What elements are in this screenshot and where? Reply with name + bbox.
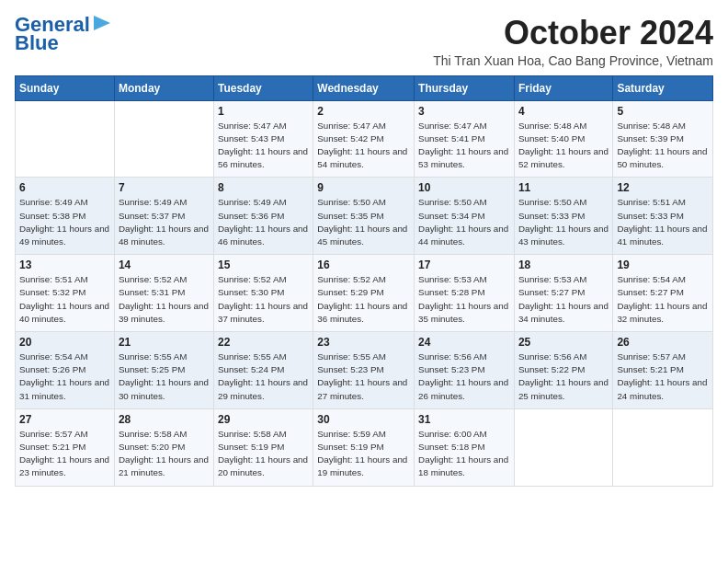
day-cell: 16Sunrise: 5:52 AM Sunset: 5:29 PM Dayli…: [313, 255, 415, 332]
day-cell: 2Sunrise: 5:47 AM Sunset: 5:42 PM Daylig…: [313, 100, 415, 178]
day-number: 19: [617, 259, 709, 271]
day-cell: 27Sunrise: 5:57 AM Sunset: 5:21 PM Dayli…: [16, 408, 115, 486]
day-cell: 5Sunrise: 5:48 AM Sunset: 5:39 PM Daylig…: [613, 100, 713, 178]
header-cell-wednesday: Wednesday: [313, 75, 415, 100]
day-number: 2: [317, 105, 410, 118]
day-number: 22: [218, 336, 309, 349]
day-cell: 29Sunrise: 5:58 AM Sunset: 5:19 PM Dayli…: [213, 408, 313, 486]
day-info: Sunrise: 5:54 AM Sunset: 5:27 PM Dayligh…: [617, 273, 709, 326]
day-info: Sunrise: 5:49 AM Sunset: 5:37 PM Dayligh…: [119, 196, 210, 248]
month-title: October 2024: [433, 15, 713, 52]
day-number: 11: [518, 181, 609, 194]
day-cell: 14Sunrise: 5:52 AM Sunset: 5:31 PM Dayli…: [114, 255, 213, 332]
day-info: Sunrise: 5:53 AM Sunset: 5:28 PM Dayligh…: [418, 273, 510, 326]
day-info: Sunrise: 5:55 AM Sunset: 5:25 PM Dayligh…: [119, 350, 210, 403]
week-row-3: 13Sunrise: 5:51 AM Sunset: 5:32 PM Dayli…: [16, 255, 713, 332]
day-cell: 13Sunrise: 5:51 AM Sunset: 5:32 PM Dayli…: [16, 255, 115, 332]
day-info: Sunrise: 5:51 AM Sunset: 5:33 PM Dayligh…: [617, 196, 709, 248]
day-number: 29: [218, 413, 309, 426]
day-number: 26: [617, 336, 709, 349]
day-cell: [613, 408, 713, 486]
day-info: Sunrise: 5:50 AM Sunset: 5:35 PM Dayligh…: [317, 196, 410, 248]
day-number: 4: [518, 105, 609, 118]
header-cell-sunday: Sunday: [16, 75, 115, 100]
day-cell: 18Sunrise: 5:53 AM Sunset: 5:27 PM Dayli…: [514, 255, 612, 332]
day-info: Sunrise: 5:50 AM Sunset: 5:33 PM Dayligh…: [518, 196, 609, 248]
day-info: Sunrise: 5:49 AM Sunset: 5:38 PM Dayligh…: [19, 196, 110, 248]
logo-blue-text: Blue: [15, 33, 59, 53]
day-cell: 15Sunrise: 5:52 AM Sunset: 5:30 PM Dayli…: [213, 255, 313, 332]
day-info: Sunrise: 5:50 AM Sunset: 5:34 PM Dayligh…: [418, 196, 510, 248]
day-info: Sunrise: 5:47 AM Sunset: 5:43 PM Dayligh…: [218, 120, 309, 172]
day-info: Sunrise: 5:48 AM Sunset: 5:39 PM Dayligh…: [617, 120, 709, 172]
day-cell: 30Sunrise: 5:59 AM Sunset: 5:19 PM Dayli…: [313, 408, 415, 486]
day-number: 8: [218, 181, 309, 194]
day-number: 17: [418, 259, 510, 271]
day-number: 3: [418, 105, 510, 118]
day-cell: 10Sunrise: 5:50 AM Sunset: 5:34 PM Dayli…: [415, 178, 515, 255]
day-number: 31: [418, 413, 510, 426]
week-row-1: 1Sunrise: 5:47 AM Sunset: 5:43 PM Daylig…: [16, 100, 713, 178]
day-info: Sunrise: 5:58 AM Sunset: 5:20 PM Dayligh…: [119, 428, 210, 480]
logo: General Blue: [15, 15, 110, 53]
day-cell: 19Sunrise: 5:54 AM Sunset: 5:27 PM Dayli…: [613, 255, 713, 332]
day-number: 10: [418, 181, 510, 194]
header-cell-thursday: Thursday: [415, 75, 515, 100]
day-info: Sunrise: 5:47 AM Sunset: 5:42 PM Dayligh…: [317, 120, 410, 172]
svg-marker-0: [94, 16, 110, 30]
day-cell: 8Sunrise: 5:49 AM Sunset: 5:36 PM Daylig…: [213, 178, 313, 255]
day-info: Sunrise: 5:58 AM Sunset: 5:19 PM Dayligh…: [218, 428, 309, 480]
header-row: SundayMondayTuesdayWednesdayThursdayFrid…: [16, 75, 713, 100]
week-row-2: 6Sunrise: 5:49 AM Sunset: 5:38 PM Daylig…: [16, 178, 713, 255]
day-number: 5: [617, 105, 709, 118]
day-cell: 21Sunrise: 5:55 AM Sunset: 5:25 PM Dayli…: [114, 332, 213, 409]
day-info: Sunrise: 5:54 AM Sunset: 5:26 PM Dayligh…: [19, 350, 110, 403]
day-info: Sunrise: 6:00 AM Sunset: 5:18 PM Dayligh…: [418, 428, 510, 480]
page-header: General Blue October 2024 Thi Tran Xuan …: [15, 15, 713, 68]
day-info: Sunrise: 5:47 AM Sunset: 5:41 PM Dayligh…: [418, 120, 510, 172]
day-cell: 20Sunrise: 5:54 AM Sunset: 5:26 PM Dayli…: [16, 332, 115, 409]
day-number: 20: [19, 336, 110, 349]
day-info: Sunrise: 5:52 AM Sunset: 5:30 PM Dayligh…: [218, 273, 309, 326]
day-cell: 26Sunrise: 5:57 AM Sunset: 5:21 PM Dayli…: [613, 332, 713, 409]
week-row-4: 20Sunrise: 5:54 AM Sunset: 5:26 PM Dayli…: [16, 332, 713, 409]
day-number: 27: [19, 413, 110, 426]
day-info: Sunrise: 5:57 AM Sunset: 5:21 PM Dayligh…: [19, 428, 110, 480]
day-number: 13: [19, 259, 110, 271]
day-cell: 1Sunrise: 5:47 AM Sunset: 5:43 PM Daylig…: [213, 100, 313, 178]
day-info: Sunrise: 5:53 AM Sunset: 5:27 PM Dayligh…: [518, 273, 609, 326]
day-number: 18: [518, 259, 609, 271]
day-cell: 25Sunrise: 5:56 AM Sunset: 5:22 PM Dayli…: [514, 332, 612, 409]
day-info: Sunrise: 5:59 AM Sunset: 5:19 PM Dayligh…: [317, 428, 410, 480]
day-number: 24: [418, 336, 510, 349]
title-block: October 2024 Thi Tran Xuan Hoa, Cao Bang…: [433, 15, 713, 68]
day-cell: 28Sunrise: 5:58 AM Sunset: 5:20 PM Dayli…: [114, 408, 213, 486]
day-info: Sunrise: 5:49 AM Sunset: 5:36 PM Dayligh…: [218, 196, 309, 248]
calendar-table: SundayMondayTuesdayWednesdayThursdayFrid…: [15, 75, 713, 487]
day-cell: 4Sunrise: 5:48 AM Sunset: 5:40 PM Daylig…: [514, 100, 612, 178]
day-number: 6: [19, 181, 110, 194]
day-info: Sunrise: 5:55 AM Sunset: 5:23 PM Dayligh…: [317, 350, 410, 403]
day-number: 12: [617, 181, 709, 194]
day-number: 7: [119, 181, 210, 194]
day-number: 28: [119, 413, 210, 426]
day-info: Sunrise: 5:56 AM Sunset: 5:23 PM Dayligh…: [418, 350, 510, 403]
header-cell-tuesday: Tuesday: [213, 75, 313, 100]
header-cell-saturday: Saturday: [613, 75, 713, 100]
day-number: 14: [119, 259, 210, 271]
day-number: 30: [317, 413, 410, 426]
day-cell: 24Sunrise: 5:56 AM Sunset: 5:23 PM Dayli…: [415, 332, 515, 409]
day-cell: 3Sunrise: 5:47 AM Sunset: 5:41 PM Daylig…: [415, 100, 515, 178]
day-number: 21: [119, 336, 210, 349]
header-cell-monday: Monday: [114, 75, 213, 100]
day-info: Sunrise: 5:56 AM Sunset: 5:22 PM Dayligh…: [518, 350, 609, 403]
day-cell: 11Sunrise: 5:50 AM Sunset: 5:33 PM Dayli…: [514, 178, 612, 255]
header-cell-friday: Friday: [514, 75, 612, 100]
day-number: 23: [317, 336, 410, 349]
day-info: Sunrise: 5:52 AM Sunset: 5:31 PM Dayligh…: [119, 273, 210, 326]
day-info: Sunrise: 5:52 AM Sunset: 5:29 PM Dayligh…: [317, 273, 410, 326]
day-cell: 12Sunrise: 5:51 AM Sunset: 5:33 PM Dayli…: [613, 178, 713, 255]
calendar-header: SundayMondayTuesdayWednesdayThursdayFrid…: [16, 75, 713, 100]
day-cell: [16, 100, 115, 178]
day-cell: 7Sunrise: 5:49 AM Sunset: 5:37 PM Daylig…: [114, 178, 213, 255]
